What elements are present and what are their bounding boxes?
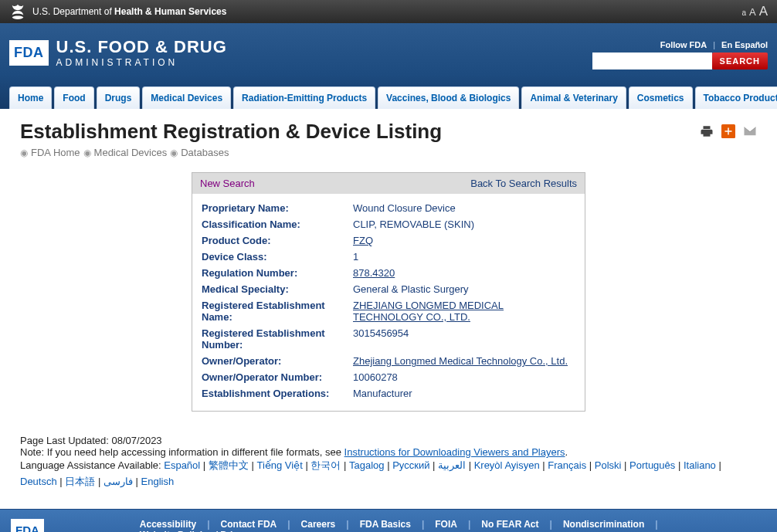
separator: | xyxy=(133,476,141,487)
label-reg-est-num: Registered Establishment Number: xyxy=(200,325,351,353)
nav-food[interactable]: Food xyxy=(55,87,93,109)
language-link[interactable]: English xyxy=(141,476,175,487)
separator: | xyxy=(655,519,657,530)
value-specialty: General & Plastic Surgery xyxy=(351,281,577,297)
site-footer: FDA Accessibility|Contact FDA|Careers|FD… xyxy=(0,509,777,532)
font-size-switcher: a A A xyxy=(741,4,768,19)
value-reg-est-name[interactable]: ZHEJIANG LONGMED MEDICAL TECHNOLOGY CO.,… xyxy=(353,300,504,323)
value-est-ops: Manufacturer xyxy=(351,385,577,402)
language-link[interactable]: Italiano xyxy=(684,459,716,471)
language-link[interactable]: Русский xyxy=(392,459,429,471)
nav-animal[interactable]: Animal & Veterinary xyxy=(522,87,625,109)
footer-link[interactable]: Contact FDA xyxy=(210,519,288,530)
separator: | xyxy=(57,476,66,487)
footer-fda-logo[interactable]: FDA xyxy=(11,519,44,532)
nav-home[interactable]: Home xyxy=(10,87,51,109)
label-owner-num: Owner/Operator Number: xyxy=(200,369,351,385)
value-owner-num: 10060278 xyxy=(351,369,577,385)
content-area: Establishment Registration & Device List… xyxy=(9,109,768,509)
nav-medical-devices[interactable]: Medical Devices xyxy=(143,87,230,109)
breadcrumb-databases[interactable]: Databases xyxy=(181,147,229,158)
label-est-ops: Establishment Operations: xyxy=(200,385,351,402)
separator: | xyxy=(429,459,438,471)
hhs-dept-label: U.S. Department of Health & Human Servic… xyxy=(32,6,226,17)
footer-link[interactable]: Nondiscrimination xyxy=(552,519,655,530)
language-link[interactable]: العربية xyxy=(438,459,466,471)
language-link[interactable]: فارسی xyxy=(103,476,133,487)
hhs-link[interactable]: U.S. Department of Health & Human Servic… xyxy=(9,3,226,20)
font-size-large[interactable]: A xyxy=(759,4,768,19)
value-device-class: 1 xyxy=(351,249,577,265)
search-input[interactable] xyxy=(592,53,712,69)
separator: | xyxy=(621,459,629,471)
label-classification: Classification Name: xyxy=(200,216,351,232)
share-icon[interactable] xyxy=(721,124,735,138)
email-icon[interactable] xyxy=(743,124,757,138)
language-link[interactable]: Polski xyxy=(595,459,622,471)
label-device-class: Device Class: xyxy=(200,249,351,265)
viewers-players-link[interactable]: Instructions for Downloading Viewers and… xyxy=(344,446,565,458)
en-espanol-link[interactable]: En Español xyxy=(721,40,768,49)
separator: | xyxy=(303,459,311,471)
hhs-topbar: U.S. Department of Health & Human Servic… xyxy=(0,0,777,23)
search-button[interactable]: SEARCH xyxy=(712,53,768,69)
label-specialty: Medical Specialty: xyxy=(200,281,351,297)
language-link[interactable]: Français xyxy=(548,459,586,471)
nav-radiation[interactable]: Radiation-Emitting Products xyxy=(234,87,375,109)
breadcrumb-fda-home[interactable]: FDA Home xyxy=(31,147,80,158)
separator: | xyxy=(586,459,595,471)
footer-link[interactable]: Careers xyxy=(290,519,347,530)
language-link[interactable]: 한국어 xyxy=(310,459,341,471)
language-link[interactable]: Tagalog xyxy=(349,459,385,471)
page-title: Establishment Registration & Device List… xyxy=(20,120,442,144)
separator: | xyxy=(716,459,721,471)
follow-fda-link[interactable]: Follow FDA xyxy=(660,40,707,49)
hhs-logo-icon xyxy=(9,3,26,20)
nav-vaccines[interactable]: Vaccines, Blood & Biologics xyxy=(378,87,518,109)
footer-link[interactable]: FOIA xyxy=(424,519,468,530)
separator: | xyxy=(540,459,548,471)
language-link[interactable]: Kreyòl Ayisyen xyxy=(474,459,540,471)
breadcrumb-medical-devices[interactable]: Medical Devices xyxy=(94,147,168,158)
record-table: Proprietary Name:Wound Closure Device Cl… xyxy=(200,200,577,402)
label-proprietary: Proprietary Name: xyxy=(200,200,351,216)
main-nav: Home Food Drugs Medical Devices Radiatio… xyxy=(9,86,768,109)
nav-drugs[interactable]: Drugs xyxy=(97,87,140,109)
separator: | xyxy=(95,476,103,487)
fda-logo[interactable]: FDA U.S. FOOD & DRUG ADMINISTRATION xyxy=(9,37,227,68)
breadcrumb-arrow-icon: ◉ xyxy=(83,147,91,158)
language-link[interactable]: Tiếng Việt xyxy=(256,459,302,471)
language-assistance: Language Assistance Available: Español |… xyxy=(20,458,757,490)
breadcrumb-arrow-icon: ◉ xyxy=(20,147,28,158)
label-reg-est-name: Registered Establishment Name: xyxy=(200,297,351,325)
separator: | xyxy=(341,459,349,471)
font-size-small[interactable]: a xyxy=(741,8,746,17)
value-product-code[interactable]: FZQ xyxy=(353,235,373,246)
value-classification: CLIP, REMOVABLE (SKIN) xyxy=(351,216,577,232)
nav-tobacco[interactable]: Tobacco Products xyxy=(696,87,777,109)
font-size-medium[interactable]: A xyxy=(749,6,756,18)
language-link[interactable]: Español xyxy=(164,459,200,471)
language-link[interactable]: Deutsch xyxy=(20,476,57,487)
footer-link[interactable]: No FEAR Act xyxy=(470,519,549,530)
breadcrumb-arrow-icon: ◉ xyxy=(170,147,178,158)
language-link[interactable]: 日本語 xyxy=(65,476,95,487)
print-icon[interactable] xyxy=(700,124,714,138)
value-reg-est-num: 3015456954 xyxy=(351,325,577,353)
search-block: Follow FDA | En Español SEARCH xyxy=(592,40,768,69)
fda-banner: FDA U.S. FOOD & DRUG ADMINISTRATION Foll… xyxy=(0,23,777,109)
back-to-results-link[interactable]: Back To Search Results xyxy=(470,178,577,189)
language-link[interactable]: Português xyxy=(629,459,675,471)
footer-links: Accessibility|Contact FDA|Careers|FDA Ba… xyxy=(129,519,766,532)
nav-cosmetics[interactable]: Cosmetics xyxy=(629,87,692,109)
separator: | xyxy=(675,459,684,471)
breadcrumb: ◉ FDA Home ◉ Medical Devices ◉ Databases xyxy=(20,147,442,158)
value-regulation[interactable]: 878.4320 xyxy=(353,267,395,279)
footer-link[interactable]: FDA Basics xyxy=(349,519,422,530)
new-search-link[interactable]: New Search xyxy=(200,178,255,189)
separator: | xyxy=(200,459,209,471)
value-owner[interactable]: Zhejiang Longmed Medical Technology Co.,… xyxy=(353,355,568,367)
footer-link[interactable]: Accessibility xyxy=(129,519,207,530)
language-link[interactable]: 繁體中文 xyxy=(209,459,249,471)
file-format-note: Note: If you need help accessing informa… xyxy=(20,446,757,458)
